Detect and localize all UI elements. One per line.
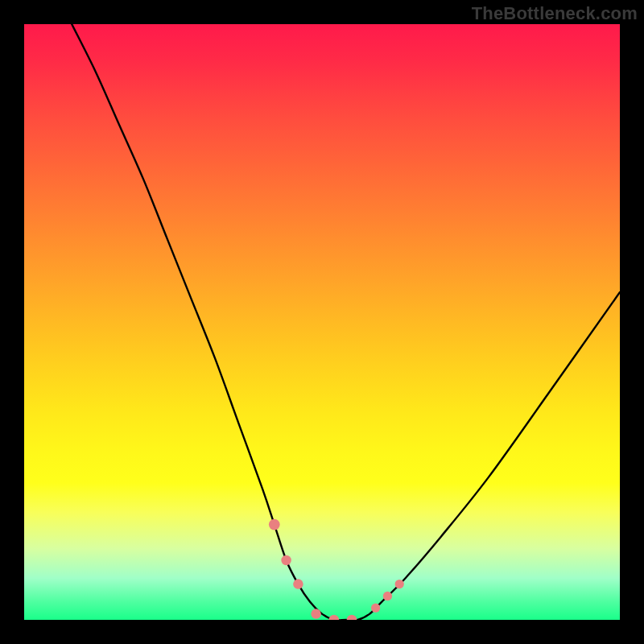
watermark-text: TheBottleneck.com [472, 3, 638, 24]
plot-area [24, 24, 620, 620]
dot-left-1 [269, 519, 280, 530]
dot-left-2 [281, 555, 291, 566]
dot-bottom-2 [329, 615, 340, 620]
bottleneck-curve [72, 24, 620, 620]
dot-right-2 [383, 592, 392, 601]
dot-right-3 [395, 580, 404, 588]
dot-left-3 [293, 579, 303, 589]
dot-bottom-1 [311, 609, 321, 619]
markers-group [269, 519, 404, 620]
dot-bottom-3 [347, 615, 357, 620]
dot-right-1 [371, 604, 380, 613]
chart-frame: TheBottleneck.com [0, 0, 644, 644]
chart-svg [24, 24, 620, 620]
